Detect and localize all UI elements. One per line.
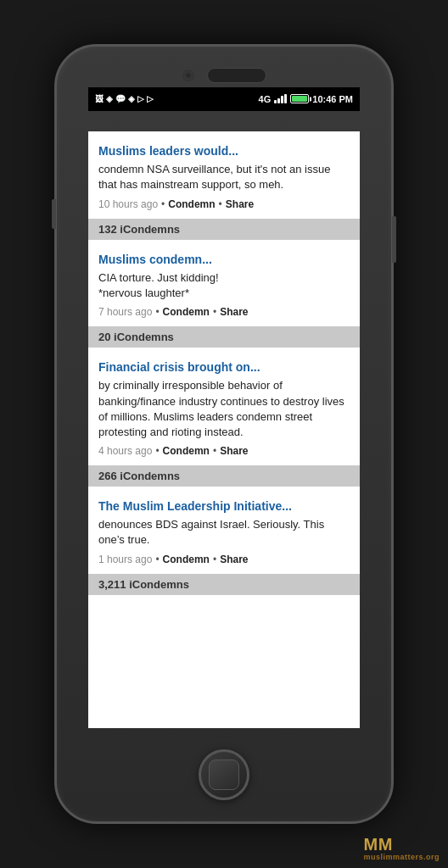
dot2: •: [213, 445, 216, 457]
post-body: CIA torture. Just kidding!*nervous laugh…: [98, 270, 350, 301]
icondemns-bar: 3,211 iCondemns: [88, 574, 360, 595]
dot2: •: [219, 198, 222, 210]
share-action[interactable]: Share: [226, 198, 254, 210]
speaker-camera-row: [182, 68, 266, 83]
post-item: Muslims condemn... CIA torture. Just kid…: [88, 240, 360, 319]
phone-body: 🖼 ◈ 💬 ◈ ▷ ▷ 4G: [54, 44, 394, 824]
post-time: 1 hours ago: [98, 554, 152, 565]
network-label: 4G: [259, 94, 272, 104]
condemn-action[interactable]: Condemn: [163, 554, 210, 565]
dot1: •: [155, 445, 159, 457]
dot1: •: [155, 554, 159, 565]
post-time: 10 hours ago: [98, 198, 158, 210]
post-meta: 10 hours ago • Condemn • Share: [98, 198, 350, 210]
post-title: Muslims leaders would...: [98, 143, 350, 159]
stack-icon: ◈: [128, 94, 135, 103]
watermark: MM muslimmatters.org: [363, 836, 440, 861]
post-item: Muslims leaders would... condemn NSA sur…: [88, 131, 360, 210]
status-left-icons: 🖼 ◈ 💬 ◈ ▷ ▷: [95, 94, 154, 103]
post-title: Muslims condemn...: [98, 252, 350, 267]
post-time: 4 hours ago: [98, 445, 152, 457]
status-bar: 🖼 ◈ 💬 ◈ ▷ ▷ 4G: [88, 87, 360, 111]
post-body: denounces BDS against Israel. Seriously.…: [98, 517, 350, 548]
condemn-action[interactable]: Condemn: [163, 445, 210, 457]
post-meta: 4 hours ago • Condemn • Share: [98, 445, 350, 457]
post-meta: 7 hours ago • Condemn • Share: [98, 306, 350, 318]
dot2: •: [213, 306, 216, 318]
play-icon: ▷: [137, 94, 144, 103]
share-action[interactable]: Share: [220, 306, 248, 318]
home-button-inner: [209, 760, 239, 790]
bar4: [284, 94, 287, 103]
screen[interactable]: Muslims leaders would... condemn NSA sur…: [88, 131, 360, 728]
battery-fill: [292, 96, 307, 102]
share-action[interactable]: Share: [220, 554, 248, 565]
layers-icon: ◈: [106, 94, 113, 103]
post-title: The Muslim Leadership Initiative...: [98, 498, 350, 514]
power-button: [392, 216, 396, 263]
post-meta: 1 hours ago • Condemn • Share: [98, 554, 350, 565]
chat-icon: 💬: [115, 94, 126, 103]
condemn-action[interactable]: Condemn: [168, 198, 215, 210]
play2-icon: ▷: [147, 94, 154, 103]
phone-wrapper: 🖼 ◈ 💬 ◈ ▷ ▷ 4G: [0, 0, 448, 868]
volume-button: [52, 199, 56, 229]
icondemns-bar: 266 iCondemns: [88, 465, 360, 487]
post-body: condemn NSA surveillance, but it's not a…: [98, 162, 350, 192]
dot2: •: [213, 554, 216, 565]
signal-bars: [274, 94, 287, 103]
camera: [182, 70, 194, 81]
time-label: 10:46 PM: [312, 94, 353, 104]
post-time: 7 hours ago: [98, 306, 152, 318]
share-action[interactable]: Share: [220, 445, 248, 457]
post-body: by criminally irresponsible behavior of …: [98, 378, 350, 440]
bar3: [281, 96, 283, 103]
dot1: •: [161, 198, 165, 210]
status-right: 4G 10:46 PM: [259, 94, 353, 104]
dot1: •: [155, 306, 159, 318]
phone-bottom: [57, 728, 391, 821]
phone-top: 🖼 ◈ 💬 ◈ ▷ ▷ 4G: [57, 47, 391, 131]
bar2: [277, 98, 280, 103]
bar1: [274, 100, 277, 103]
watermark-mm: MM: [363, 836, 440, 853]
content-area[interactable]: Muslims leaders would... condemn NSA sur…: [88, 131, 360, 728]
post-item: The Muslim Leadership Initiative... deno…: [88, 487, 360, 565]
post-title: Financial crisis brought on...: [98, 359, 350, 375]
post-item: Financial crisis brought on... by crimin…: [88, 348, 360, 457]
watermark-site: muslimmatters.org: [363, 853, 440, 861]
photo-icon: 🖼: [95, 94, 104, 103]
home-button[interactable]: [199, 749, 249, 800]
speaker: [207, 68, 266, 83]
icondemns-bar: 132 iCondemns: [88, 219, 360, 240]
icondemns-bar: 20 iCondemns: [88, 326, 360, 348]
condemn-action[interactable]: Condemn: [163, 306, 210, 318]
battery: [290, 94, 309, 103]
